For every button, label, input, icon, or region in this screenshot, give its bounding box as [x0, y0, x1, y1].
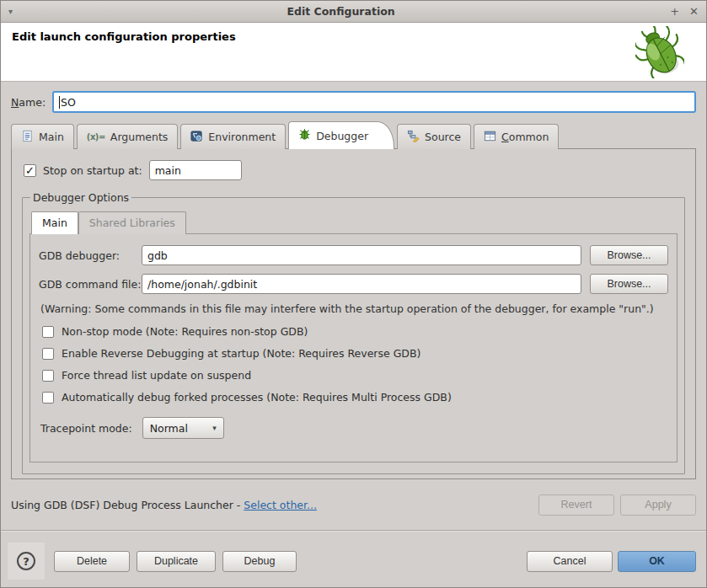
name-label: Name:	[11, 96, 46, 109]
reverse-debugging-row: Enable Reverse Debugging at startup (Not…	[42, 347, 668, 360]
document-icon	[21, 130, 34, 145]
tab-label: Environment	[208, 131, 276, 143]
gdb-command-file-input[interactable]: /home/jonah/.gdbinit	[142, 274, 581, 294]
stop-on-startup-label: Stop on startup at:	[43, 164, 142, 177]
titlebar: ▾ Edit Configuration + ✕	[1, 1, 706, 23]
subtab-label: Shared Libraries	[89, 216, 175, 229]
help-icon: ?	[17, 552, 35, 570]
launcher-text: Using GDB (DSF) Debug Process Launcher -…	[11, 499, 317, 511]
debug-forked-processes-label: Automatically debug forked processes (No…	[62, 391, 452, 404]
launcher-description: Using GDB (DSF) Debug Process Launcher -	[11, 499, 244, 511]
stop-on-startup-row: ✓ Stop on startup at: main	[24, 160, 685, 180]
reverse-debugging-label: Enable Reverse Debugging at startup (Not…	[62, 347, 420, 360]
subtab-label: Main	[42, 216, 67, 229]
gdb-debugger-row: GDB debugger: gdb Browse...	[39, 245, 668, 265]
stop-on-startup-checkbox[interactable]: ✓	[24, 164, 36, 177]
debug-forked-processes-checkbox[interactable]	[42, 392, 54, 404]
force-thread-list-label: Force thread list update on suspend	[62, 369, 251, 382]
debugger-bug-icon	[298, 128, 311, 143]
tracepoint-mode-label: Tracepoint mode:	[40, 422, 132, 435]
check-icon: ✓	[25, 164, 35, 177]
browse-gdb-command-file-button[interactable]: Browse...	[590, 274, 668, 294]
environment-icon	[190, 130, 203, 145]
non-stop-mode-checkbox[interactable]	[42, 326, 54, 338]
tab-environment[interactable]: Environment	[180, 124, 286, 149]
stop-on-startup-input[interactable]: main	[149, 160, 242, 180]
name-value: SO	[61, 96, 76, 109]
debug-button[interactable]: Debug	[222, 551, 297, 572]
tab-common[interactable]: Common	[474, 124, 559, 149]
reverse-debugging-checkbox[interactable]	[42, 348, 54, 360]
gdb-command-file-row: GDB command file: /home/jonah/.gdbinit B…	[39, 274, 668, 294]
debugger-tab-panel: ✓ Stop on startup at: main Debugger Opti…	[11, 148, 696, 479]
main-subtab-panel: GDB debugger: gdb Browse... GDB command …	[29, 233, 678, 462]
debugger-options-title: Debugger Options	[30, 191, 131, 204]
force-thread-list-row: Force thread list update on suspend	[42, 369, 668, 382]
debug-forked-processes-row: Automatically debug forked processes (No…	[42, 391, 668, 404]
cancel-button[interactable]: Cancel	[527, 551, 613, 572]
subtab-shared-libraries[interactable]: Shared Libraries	[78, 211, 186, 234]
name-row: Name: SO	[11, 91, 696, 113]
tab-label: Common	[501, 131, 549, 143]
window-shade-icon[interactable]: ▾	[8, 7, 22, 16]
subtab-main[interactable]: Main	[31, 211, 78, 234]
window-maximize-icon[interactable]: +	[670, 6, 679, 17]
footer: ? Delete Duplicate Debug Cancel OK	[1, 532, 706, 580]
gdb-debugger-input[interactable]: gdb	[142, 245, 581, 265]
help-button[interactable]: ?	[8, 543, 45, 580]
apply-button[interactable]: Apply	[620, 494, 696, 516]
gdb-command-file-label: GDB command file:	[39, 278, 142, 291]
gdb-debugger-label: GDB debugger:	[39, 249, 142, 262]
bug-icon	[635, 26, 684, 81]
tab-bar: Main (x)= Arguments Environment Debugger…	[11, 120, 696, 148]
text-caret	[59, 96, 60, 109]
common-icon	[484, 130, 496, 145]
revert-button[interactable]: Revert	[538, 494, 614, 516]
launcher-bar: Using GDB (DSF) Debug Process Launcher -…	[11, 479, 696, 530]
stop-on-startup-value: main	[155, 164, 181, 177]
chevron-down-icon: ▾	[212, 424, 217, 432]
tab-label: Source	[425, 131, 461, 143]
window-close-icon[interactable]: ✕	[689, 6, 699, 17]
arguments-icon: (x)=	[87, 132, 105, 142]
tracepoint-mode-value: Normal	[150, 422, 188, 435]
select-other-link[interactable]: Select other...	[244, 499, 317, 511]
tab-label: Main	[39, 131, 64, 143]
dialog-header: Edit launch configuration properties	[1, 23, 706, 82]
tab-debugger[interactable]: Debugger	[288, 121, 394, 149]
non-stop-mode-label: Non-stop mode (Note: Requires non-stop G…	[62, 325, 308, 338]
window-title: Edit Configuration	[22, 5, 660, 18]
browse-gdb-debugger-button[interactable]: Browse...	[590, 245, 668, 265]
edit-configuration-dialog: ▾ Edit Configuration + ✕ Edit launch con…	[0, 0, 707, 588]
force-thread-list-checkbox[interactable]	[42, 370, 54, 382]
page-title: Edit launch configuration properties	[12, 30, 236, 43]
debugger-options-group: Debugger Options Main Shared Libraries G…	[22, 191, 685, 474]
gdb-debugger-value: gdb	[147, 249, 168, 262]
ok-button[interactable]: OK	[618, 551, 696, 572]
name-input[interactable]: SO	[52, 91, 696, 113]
delete-button[interactable]: Delete	[54, 551, 130, 572]
gdb-command-file-value: /home/jonah/.gdbinit	[147, 278, 257, 291]
non-stop-mode-row: Non-stop mode (Note: Requires non-stop G…	[42, 325, 668, 338]
source-icon	[407, 130, 420, 145]
duplicate-button[interactable]: Duplicate	[137, 551, 216, 572]
sub-tab-bar: Main Shared Libraries	[31, 211, 678, 233]
tracepoint-mode-select[interactable]: Normal ▾	[142, 417, 224, 439]
tracepoint-mode-row: Tracepoint mode: Normal ▾	[40, 417, 668, 439]
tab-source[interactable]: Source	[397, 124, 471, 149]
gdbinit-warning-text: (Warning: Some commands in this file may…	[40, 302, 668, 315]
tab-label: Arguments	[110, 131, 169, 143]
tab-main[interactable]: Main	[11, 124, 74, 149]
tab-arguments[interactable]: (x)= Arguments	[77, 124, 179, 149]
tab-label: Debugger	[316, 130, 368, 142]
launcher-buttons: Revert Apply	[538, 494, 696, 516]
